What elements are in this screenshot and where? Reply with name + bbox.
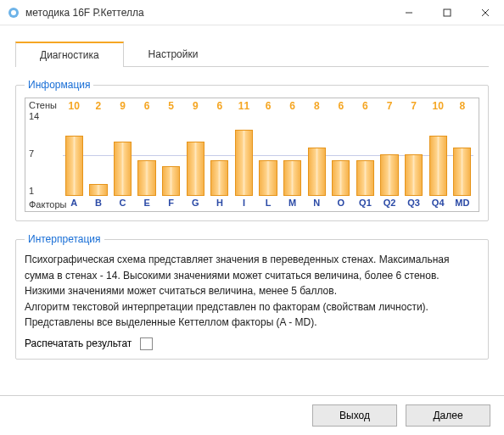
bar-value-label: 10	[427, 100, 450, 112]
svg-rect-3	[444, 9, 451, 16]
x-label-O: O	[330, 198, 353, 209]
close-button[interactable]	[466, 0, 504, 25]
bar-value-label: 6	[281, 100, 304, 112]
bar-rect	[137, 160, 155, 196]
bar-rect	[187, 142, 204, 196]
bar-rect	[405, 154, 423, 197]
footer-bar: Выход Далее	[0, 395, 504, 435]
y-tick-max: 14	[29, 112, 59, 121]
bar-O: 6	[330, 112, 353, 196]
bar-rect	[429, 136, 447, 196]
tab-diagnostics[interactable]: Диагностика	[15, 42, 124, 67]
x-label-L: L	[257, 198, 280, 209]
bar-Q1: 6	[354, 112, 377, 196]
bar-M: 6	[281, 112, 304, 196]
bar-C: 9	[111, 112, 134, 196]
y-tick-min: 1	[29, 187, 59, 196]
x-label-A: A	[63, 198, 86, 209]
bar-Q2: 7	[378, 112, 401, 196]
x-label-N: N	[305, 198, 328, 209]
bar-rect	[283, 160, 301, 196]
interpretation-paragraph-1: Психографическая схема представляет знач…	[25, 252, 479, 299]
x-label-Q4: Q4	[427, 198, 450, 209]
bar-F: 5	[160, 112, 182, 196]
bar-rect	[380, 154, 398, 197]
svg-point-1	[11, 10, 16, 15]
bar-E: 6	[136, 112, 159, 196]
bar-Q3: 7	[402, 112, 425, 196]
bar-Q4: 10	[427, 112, 450, 196]
print-result-checkbox[interactable]	[140, 337, 153, 350]
bar-value-label: 6	[257, 100, 280, 112]
print-result-label: Распечатать результат	[25, 337, 132, 349]
bar-value-label: 6	[136, 100, 159, 112]
minimize-button[interactable]	[389, 0, 428, 25]
titlebar: методика 16F Р.Кеттелла	[0, 0, 504, 25]
x-label-I: I	[232, 198, 255, 209]
x-label-C: C	[111, 198, 134, 209]
app-icon	[7, 6, 20, 20]
bar-H: 6	[209, 112, 232, 196]
bar-A: 10	[63, 112, 86, 196]
x-label-B: B	[87, 198, 110, 209]
x-label-Q1: Q1	[354, 198, 377, 209]
bar-N: 8	[305, 112, 328, 196]
bar-value-label: 7	[402, 100, 425, 112]
interpretation-legend: Интерпретация	[25, 233, 104, 245]
bar-rect	[308, 148, 326, 196]
bar-rect	[356, 160, 374, 196]
bar-rect	[259, 160, 277, 196]
bar-rect	[453, 148, 471, 196]
x-axis-title: Факторы	[29, 199, 66, 209]
bar-value-label: 6	[354, 100, 377, 112]
x-label-H: H	[209, 198, 232, 209]
bar-rect	[65, 136, 83, 196]
chart: Стены Факторы 14 7 1 1029659611668667710…	[25, 98, 479, 212]
x-label-F: F	[160, 198, 182, 209]
x-label-E: E	[136, 198, 159, 209]
x-label-M: M	[281, 198, 304, 209]
bar-B: 2	[87, 112, 110, 196]
bar-rect	[162, 166, 180, 196]
exit-button[interactable]: Выход	[312, 404, 397, 427]
bar-rect	[332, 160, 350, 196]
bar-value-label: 8	[305, 100, 328, 112]
bar-rect	[235, 130, 253, 196]
x-label-MD: MD	[451, 198, 474, 209]
y-tick-mid: 7	[29, 149, 59, 159]
bar-rect	[89, 184, 107, 196]
bar-MD: 8	[451, 112, 474, 196]
interpretation-panel: Интерпретация Психографическая схема пре…	[15, 233, 489, 360]
x-label-Q2: Q2	[378, 198, 401, 209]
bar-I: 11	[232, 112, 255, 196]
tab-settings[interactable]: Настройки	[124, 42, 223, 67]
info-panel: Информация Стены Факторы 14 7 1 10296596…	[15, 79, 489, 221]
bar-value-label: 11	[232, 100, 255, 112]
x-label-G: G	[184, 198, 207, 209]
bar-value-label: 9	[184, 100, 207, 112]
y-axis-title: Стены	[29, 100, 57, 110]
next-button[interactable]: Далее	[406, 404, 490, 427]
tab-strip: Диагностика Настройки	[15, 41, 489, 67]
bar-G: 9	[184, 112, 207, 196]
info-legend: Информация	[25, 79, 93, 91]
x-label-Q3: Q3	[402, 198, 425, 209]
bar-rect	[210, 160, 228, 196]
bar-L: 6	[257, 112, 280, 196]
bar-value-label: 6	[330, 100, 353, 112]
bar-value-label: 8	[451, 100, 474, 112]
bar-value-label: 6	[209, 100, 232, 112]
bar-value-label: 5	[160, 100, 182, 112]
bar-value-label: 10	[63, 100, 86, 112]
bar-value-label: 9	[111, 100, 134, 112]
interpretation-paragraph-2: Алгоритм текстовой интерпретации предста…	[25, 299, 479, 331]
bar-value-label: 7	[378, 100, 401, 112]
maximize-button[interactable]	[428, 0, 466, 25]
bar-rect	[114, 142, 132, 196]
bar-value-label: 2	[87, 100, 110, 112]
window-title: методика 16F Р.Кеттелла	[25, 7, 389, 19]
